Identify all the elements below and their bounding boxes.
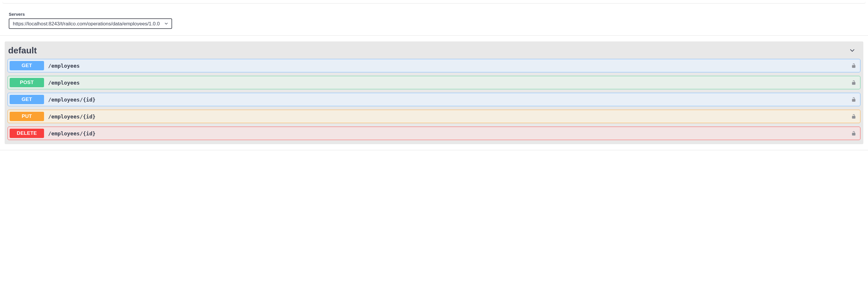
tag-title: default bbox=[8, 46, 37, 55]
operation-row-delete-employee-id[interactable]: DELETE /employees/{id} bbox=[8, 126, 860, 140]
method-badge: GET bbox=[10, 61, 44, 70]
operation-path: /employees bbox=[48, 63, 848, 69]
lock-open-icon[interactable] bbox=[851, 114, 857, 119]
lock-open-icon[interactable] bbox=[851, 96, 857, 103]
operation-path: /employees bbox=[48, 80, 848, 86]
lock-open-icon[interactable] bbox=[851, 63, 857, 68]
lock-open-icon[interactable] bbox=[851, 80, 857, 86]
method-badge: GET bbox=[10, 95, 44, 104]
chevron-down-icon bbox=[849, 47, 856, 54]
method-badge: PUT bbox=[10, 112, 44, 121]
operation-path: /employees/{id} bbox=[48, 130, 848, 137]
bottom-spacer bbox=[0, 150, 868, 157]
servers-section: Servers https://localhost:8243/t/railco.… bbox=[0, 3, 868, 35]
top-panel-divider bbox=[2, 0, 866, 3]
method-badge: DELETE bbox=[10, 129, 44, 138]
operation-row-post-employees[interactable]: POST /employees bbox=[8, 76, 860, 89]
operation-row-put-employee-id[interactable]: PUT /employees/{id} bbox=[8, 110, 860, 123]
operation-path: /employees/{id} bbox=[48, 96, 848, 103]
tag-section: default GET /employees POST /employees G… bbox=[5, 41, 863, 144]
method-badge: POST bbox=[10, 78, 44, 87]
operation-row-get-employees[interactable]: GET /employees bbox=[8, 59, 860, 72]
operation-row-get-employee-id[interactable]: GET /employees/{id} bbox=[8, 93, 860, 106]
servers-select-wrap: https://localhost:8243/t/railco.com/oper… bbox=[9, 19, 172, 29]
tag-header[interactable]: default bbox=[8, 41, 860, 59]
servers-label: Servers bbox=[9, 12, 859, 17]
servers-select[interactable]: https://localhost:8243/t/railco.com/oper… bbox=[9, 19, 172, 29]
operations-area: default GET /employees POST /employees G… bbox=[0, 35, 868, 150]
operation-path: /employees/{id} bbox=[48, 114, 848, 120]
lock-open-icon[interactable] bbox=[851, 130, 857, 136]
